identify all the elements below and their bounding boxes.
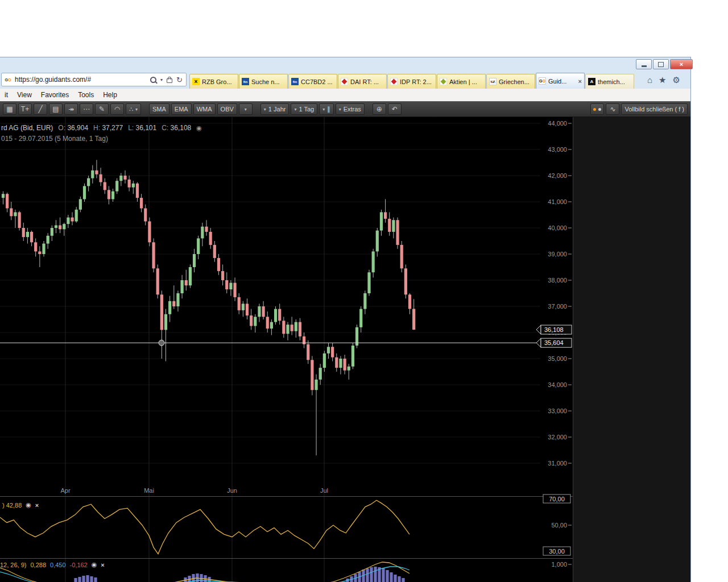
restore-icon [658, 62, 664, 67]
candle-body [233, 283, 236, 297]
rsi-upper-band-label: 70,00 [549, 496, 565, 502]
tab-close-icon[interactable]: × [578, 78, 582, 85]
candle-body [319, 368, 322, 380]
menu-view[interactable]: View [13, 90, 36, 100]
ray-tool-icon[interactable]: ↠ [64, 103, 78, 115]
url-input[interactable]: https://go.guidants.com/# [15, 76, 150, 84]
instrument-visibility-icon[interactable]: ◉ [196, 124, 202, 132]
refresh-icon[interactable]: ↻ [176, 76, 183, 84]
close-button[interactable]: × [670, 59, 693, 69]
macd-histogram-bar [74, 578, 77, 582]
menu-tools[interactable]: Tools [73, 90, 98, 100]
tab-rzb[interactable]: × RZB Gro... [189, 74, 238, 89]
candle-body [51, 228, 53, 236]
window-controls: × [636, 59, 693, 69]
price-axis-label: 35,000 [548, 355, 567, 362]
macd-remove-icon[interactable]: × [101, 562, 104, 568]
trendline-tool-icon[interactable]: ╱ [34, 103, 47, 115]
menu-help[interactable]: Help [98, 90, 122, 100]
candle-body [363, 293, 366, 309]
candle-body [339, 359, 342, 368]
lock-icon [167, 78, 172, 83]
candle-body [205, 227, 208, 232]
candle-body [229, 283, 232, 290]
pencil-tool-icon[interactable]: ✎ [95, 103, 109, 115]
candle-body [91, 171, 94, 178]
tab-suche[interactable]: fin Suche n... [239, 74, 288, 89]
favorites-star-icon[interactable]: ★ [659, 76, 666, 84]
candle-body [291, 325, 293, 331]
price-axis-label: 43,000 [548, 146, 567, 153]
period-dropdown[interactable]: ▾ 1 Jahr [260, 103, 289, 115]
candle-body [156, 268, 159, 294]
maximize-button[interactable] [653, 59, 669, 69]
open-value: 36,904 [67, 124, 88, 132]
rsi-visibility-icon[interactable]: ◉ [26, 501, 31, 509]
search-dropdown-icon[interactable]: ▾ [160, 77, 163, 82]
experts-dots-icon[interactable] [590, 103, 604, 115]
macd-signal-value: 0,450 [50, 562, 66, 568]
candle-body [197, 238, 200, 254]
candle-body [295, 322, 297, 331]
zoom-in-icon[interactable]: ⊕ [373, 103, 386, 115]
menu-edit[interactable]: it [0, 90, 13, 100]
horizontal-line-marker[interactable] [159, 340, 164, 346]
chart-type-dropdown[interactable]: ▾ ∥ [319, 103, 334, 115]
candle-body [47, 236, 49, 244]
tab-themich[interactable]: A themich... [585, 74, 634, 89]
home-icon[interactable]: ⌂ [647, 76, 652, 84]
candle-body [327, 347, 330, 354]
ema-button[interactable]: EMA [171, 103, 192, 115]
wma-button[interactable]: WMA [193, 103, 216, 115]
candle-body [75, 210, 78, 222]
fullscreen-toggle-button[interactable]: Vollbild schließen ( f ) [621, 103, 688, 115]
undo-icon[interactable]: ↶ [388, 103, 402, 115]
candle-body [217, 258, 220, 271]
chart-canvas[interactable]: 44,00043,00042,00041,00040,00039,00038,0… [0, 117, 573, 582]
tab-guidants-active[interactable]: GO Guid... × [536, 73, 585, 89]
rsi-remove-icon[interactable]: × [35, 502, 39, 509]
tab-griechen[interactable]: SZ Griechen... [486, 74, 535, 89]
address-bar[interactable]: GO https://go.guidants.com/# ▾ ↻ [1, 73, 187, 86]
fibonacci-grid-icon[interactable]: ▤ [49, 103, 63, 115]
candle-body [185, 280, 188, 285]
month-label: Jul [320, 487, 328, 494]
candle-body [258, 306, 260, 317]
minimize-button[interactable] [636, 59, 652, 69]
macd-histogram-bar [82, 576, 85, 582]
candle-body [140, 198, 143, 208]
green-diamond-favicon-icon [440, 78, 447, 85]
tab-cc7bd2[interactable]: fin CC7BD2 ... [288, 74, 337, 89]
navigation-bar: GO https://go.guidants.com/# ▾ ↻ × RZB G… [0, 71, 690, 89]
macd-params-label: 12, 26, 9) [0, 562, 26, 568]
menu-favorites[interactable]: Favorites [36, 90, 73, 100]
obv-button[interactable]: OBV [217, 103, 237, 115]
pattern-tool-dropdown[interactable]: ∴ ▾ [126, 103, 141, 115]
candle-body [18, 212, 21, 228]
candle-body [307, 344, 309, 360]
dashed-line-tool-icon[interactable]: ⋯ [80, 103, 93, 115]
macd-histogram-bar [398, 576, 400, 582]
candle-body [38, 251, 41, 254]
search-icon[interactable] [150, 77, 156, 83]
macd-visibility-icon[interactable]: ◉ [92, 561, 97, 568]
interval-dropdown[interactable]: ▾ 1 Tag [291, 103, 317, 115]
browser-window: × GO https://go.guidants.com/# ▾ ↻ × RZB… [0, 57, 691, 582]
settings-gear-icon[interactable]: ⚙ [673, 76, 680, 84]
layout-grid-icon[interactable]: ▦ [3, 103, 16, 115]
tab-idp[interactable]: IDP RT: 2... [387, 74, 436, 89]
candle-body [67, 218, 69, 225]
curve-tool-icon[interactable]: ◠ [110, 103, 124, 115]
candle-body [115, 181, 118, 191]
sma-button[interactable]: SMA [149, 103, 169, 115]
red-diamond-favicon-icon [341, 78, 348, 85]
tab-dai[interactable]: DAI RT: ... [338, 74, 387, 89]
extras-dropdown[interactable]: ▾ Extras [336, 103, 365, 115]
guidants-favicon-icon: GO [539, 77, 546, 85]
text-tool-button[interactable]: T+ [18, 103, 32, 115]
sparkline-icon[interactable]: ∿ [606, 103, 619, 115]
indicator-dropdown-icon[interactable]: ▾ [239, 103, 253, 115]
candle-body [400, 245, 403, 268]
price-axis-label: 44,000 [548, 120, 567, 127]
tab-aktien[interactable]: Aktien | ... [437, 74, 486, 89]
